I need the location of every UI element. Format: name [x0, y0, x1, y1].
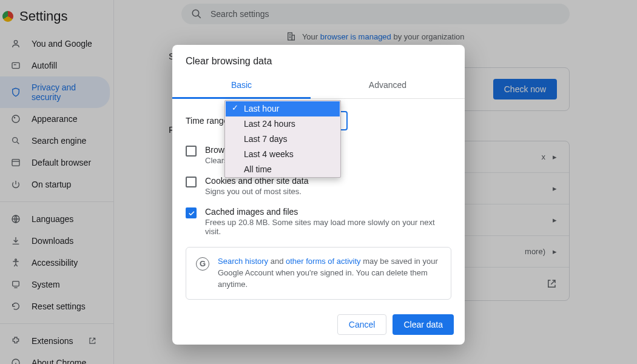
dropdown-option-last-4-weeks[interactable]: Last 4 weeks [226, 147, 340, 162]
checkbox[interactable] [186, 177, 197, 187]
info-text: and [268, 257, 286, 266]
checkbox-row-cached[interactable]: Cached images and files Frees up 20.8 MB… [186, 203, 451, 243]
dialog-title: Clear browsing data [172, 45, 465, 73]
cancel-button[interactable]: Cancel [337, 314, 387, 335]
dropdown-option-last-24-hours[interactable]: Last 24 hours [226, 116, 340, 132]
dropdown-option-last-7-days[interactable]: Last 7 days [226, 132, 340, 147]
checkbox-sub: Signs you out of most sites. [205, 187, 308, 196]
checkbox-title: Cached images and files [205, 207, 451, 217]
checkbox[interactable] [186, 146, 197, 157]
tab-advanced[interactable]: Advanced [311, 73, 465, 98]
checkbox-sub: Frees up 20.8 MB. Some sites may load mo… [205, 218, 451, 236]
dialog-tabs: Basic Advanced [172, 73, 465, 99]
other-activity-link[interactable]: other forms of activity [286, 257, 361, 266]
clear-browsing-data-dialog: Clear browsing data Basic Advanced Time … [172, 45, 465, 345]
checkbox[interactable] [186, 207, 197, 218]
clear-data-button[interactable]: Clear data [393, 314, 454, 335]
tab-basic[interactable]: Basic [172, 73, 311, 99]
search-history-link[interactable]: Search history [218, 257, 268, 266]
dropdown-option-last-hour[interactable]: Last hour [226, 101, 340, 116]
time-range-label: Time range [186, 116, 228, 126]
dropdown-option-all-time[interactable]: All time [226, 162, 340, 177]
time-range-dropdown: Last hour Last 24 hours Last 7 days Last… [224, 100, 341, 178]
google-logo-icon: G [196, 257, 209, 271]
google-account-info: G Search history and other forms of acti… [186, 247, 451, 300]
